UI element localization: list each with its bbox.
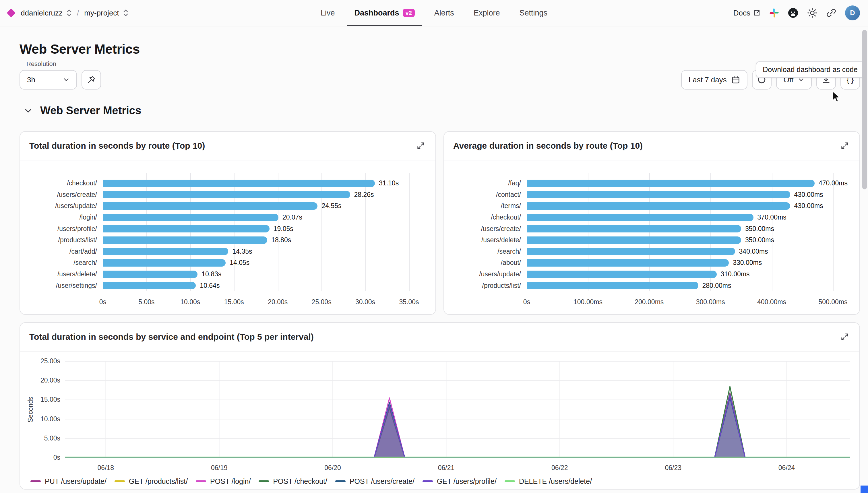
bar[interactable] [103,225,270,232]
y-tick-label: 25.00s [41,357,60,365]
expand-chart-button[interactable] [839,331,850,342]
bar-row: /products/list/18.80s [29,234,426,246]
avatar[interactable]: D [845,5,860,20]
bar[interactable] [527,248,735,255]
expand-chart-button[interactable] [415,140,426,151]
plot-area[interactable]: 06/1806/1906/2006/2106/2206/2306/24 [65,361,850,473]
theme-toggle-icon[interactable] [807,8,818,18]
pin-icon [87,75,96,84]
x-tick-label: 10.00s [180,298,200,306]
pin-resolution-button[interactable] [82,70,101,89]
value-label: 340.00ms [739,248,768,255]
time-range-button[interactable]: Last 7 days [681,70,747,89]
section-header[interactable]: Web Server Metrics [20,104,860,124]
legend-item[interactable]: DELETE /users/delete/ [505,477,592,486]
y-axis-ticks: 0s5.00s10.00s15.00s20.00s25.00s [35,361,65,458]
bar-row: /cart/add/14.35s [29,246,426,257]
area-chart: Seconds 0s5.00s10.00s15.00s20.00s25.00s … [26,361,850,486]
x-tick-label: 06/20 [324,464,341,472]
x-tick-label: 20.00s [268,298,288,306]
bar[interactable] [527,282,698,289]
bar[interactable] [527,191,790,198]
x-tick-label: 06/19 [211,464,228,472]
expand-chart-button[interactable] [839,140,850,151]
logo-icon[interactable] [6,8,16,17]
legend-swatch [114,480,125,482]
github-icon[interactable] [788,7,799,18]
bar[interactable] [527,259,729,266]
project-name[interactable]: my-project [84,8,119,18]
x-tick-label: 35.00s [399,298,419,306]
value-label: 350.00ms [745,236,774,244]
bar[interactable] [527,225,741,232]
docs-link[interactable]: Docs [733,8,761,18]
org-switcher-icon[interactable] [67,8,72,17]
x-axis-ticks: 06/1806/1906/2006/2106/2206/2306/24 [65,460,850,473]
bar-row: /users/delete/10.83s [29,269,426,280]
bar[interactable] [103,236,267,244]
bar-row: /checkout/31.10s [29,178,426,189]
bar[interactable] [103,202,317,210]
chart-title: Average duration in seconds by route (To… [453,141,643,151]
bar-row: /users/profile/19.05s [29,223,426,234]
bar[interactable] [527,180,814,187]
bar[interactable] [103,214,278,221]
bar-row: /search/14.05s [29,257,426,269]
bar[interactable] [527,202,790,210]
y-tick-label: 15.00s [41,396,60,404]
org-name[interactable]: ddanielcruzz [21,8,63,18]
legend-label: POST /login/ [210,477,251,486]
bar[interactable] [103,259,226,266]
bar[interactable] [527,214,754,221]
tab-explore[interactable]: Explore [464,0,510,26]
slack-icon[interactable] [769,8,779,18]
category-label: /users/update/ [29,202,97,210]
charts-row: Total duration in seconds by route (Top … [20,131,860,315]
legend-swatch [505,480,515,482]
value-label: 10.83s [202,270,221,278]
chart-card-duration-by-service-endpoint: Total duration in seconds by service and… [20,322,860,490]
bar-row: /users/create/28.26s [29,189,426,200]
x-tick-label: 06/21 [438,464,455,472]
top-navbar: ddanielcruzz / my-project Live Dashboard… [0,0,868,26]
value-label: 310.00ms [721,270,750,278]
chevron-down-icon[interactable] [24,107,32,115]
bar[interactable] [103,271,197,278]
bar[interactable] [103,180,375,187]
share-link-icon[interactable] [826,8,837,18]
chart-card-average-duration-by-route: Average duration in seconds by route (To… [443,131,860,315]
project-switcher-icon[interactable] [123,8,128,17]
bar[interactable] [103,191,350,198]
legend-item[interactable]: GET /products/list/ [114,477,188,486]
bar[interactable] [527,236,741,244]
legend-item[interactable]: GET /users/profile/ [423,477,496,486]
corner-indicator [861,486,868,493]
y-tick-label: 5.00s [44,434,60,442]
vertical-scrollbar[interactable] [862,30,867,189]
bar-row: /login/20.07s [29,212,426,223]
y-tick-label: 20.00s [41,377,60,384]
legend-item[interactable]: POST /users/create/ [335,477,415,486]
category-label: /contact/ [453,191,521,198]
category-label: /users/create/ [29,191,97,198]
tab-dashboards[interactable]: Dashboards v2 [345,0,425,26]
legend-item[interactable]: POST /login/ [196,477,251,486]
x-tick-label: 06/24 [779,464,795,472]
download-tooltip: Download dashboard as code [756,61,865,78]
bar[interactable] [527,271,717,278]
value-label: 19.05s [274,225,293,233]
legend-item[interactable]: POST /checkout/ [259,477,327,486]
bar[interactable] [103,282,196,289]
tab-live[interactable]: Live [311,0,345,26]
tab-settings[interactable]: Settings [509,0,557,26]
tab-alerts[interactable]: Alerts [425,0,464,26]
legend-item[interactable]: PUT /users/update/ [30,477,106,486]
legend-label: POST /users/create/ [350,477,415,486]
bar-row: /about/330.00ms [453,257,850,269]
category-label: /user/settings/ [29,282,97,290]
docs-label: Docs [733,8,750,18]
category-label: /search/ [453,248,521,255]
dashboard-controls: Resolution 3h Last 7 days [20,60,860,89]
resolution-select[interactable]: 3h [20,70,77,89]
bar[interactable] [103,248,228,255]
